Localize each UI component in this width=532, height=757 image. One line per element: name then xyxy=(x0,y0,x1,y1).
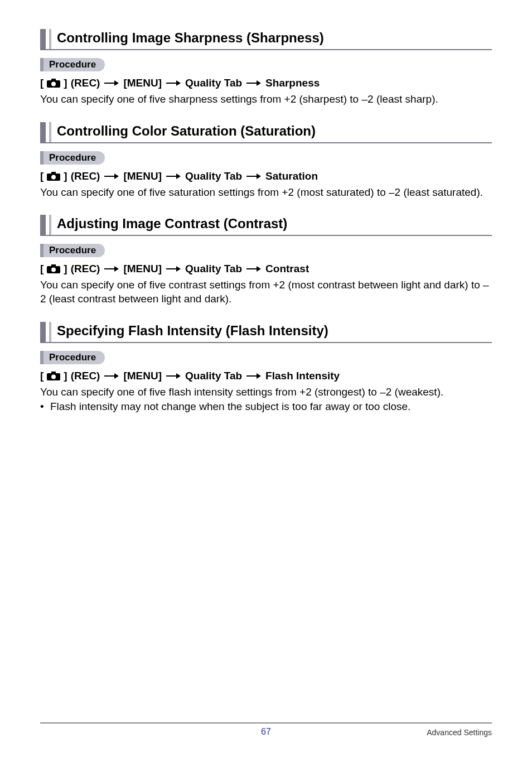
path-bracket: ] xyxy=(64,77,67,89)
body-text: You can specify one of five contrast set… xyxy=(40,278,492,306)
svg-marker-13 xyxy=(114,173,119,179)
footer-section: Advanced Settings xyxy=(427,728,492,737)
svg-marker-26 xyxy=(257,266,261,272)
path-bracket: [ xyxy=(40,170,43,182)
path-bracket: [ xyxy=(40,263,43,275)
heading-thinbar xyxy=(49,322,51,342)
svg-point-20 xyxy=(51,268,56,272)
path-menu: [MENU] xyxy=(123,263,162,275)
body-text: You can specify one of five sharpness se… xyxy=(40,93,492,107)
bullet-item: • Flash intensity may not change when th… xyxy=(40,400,492,414)
heading-bar xyxy=(40,322,46,342)
arrow-icon xyxy=(165,370,182,382)
bullet-dot: • xyxy=(40,400,50,414)
svg-point-11 xyxy=(51,175,56,179)
path-bracket: ] xyxy=(64,263,67,275)
svg-rect-10 xyxy=(51,172,56,174)
menu-path: [ ] (REC) [MENU] Quality Tab Flash Inten… xyxy=(40,370,492,382)
heading-title: Adjusting Image Contrast (Contrast) xyxy=(57,215,287,235)
badge-label: Procedure xyxy=(43,244,105,257)
arrow-icon xyxy=(245,170,262,182)
heading-saturation: Controlling Color Saturation (Saturation… xyxy=(40,122,492,143)
heading-thinbar xyxy=(49,29,51,49)
arrow-icon xyxy=(245,370,262,382)
footer: 67 Advanced Settings xyxy=(40,722,492,737)
badge-label: Procedure xyxy=(43,151,105,165)
badge-label: Procedure xyxy=(43,351,105,364)
menu-path: [ ] (REC) [MENU] Quality Tab Sharpness xyxy=(40,77,492,89)
heading-sharpness: Controlling Image Sharpness (Sharpness) xyxy=(40,29,492,50)
svg-marker-31 xyxy=(114,373,119,379)
svg-rect-28 xyxy=(51,372,56,374)
svg-marker-35 xyxy=(257,373,261,379)
path-quality: Quality Tab xyxy=(185,370,242,382)
procedure-badge: Procedure xyxy=(40,58,492,71)
heading-title: Controlling Color Saturation (Saturation… xyxy=(57,122,316,142)
menu-path: [ ] (REC) [MENU] Quality Tab Saturation xyxy=(40,170,492,182)
procedure-badge: Procedure xyxy=(40,151,492,165)
path-rec: (REC) xyxy=(71,263,100,275)
path-quality: Quality Tab xyxy=(185,263,242,275)
path-target: Flash Intensity xyxy=(265,370,340,382)
heading-bar xyxy=(40,215,46,235)
arrow-icon xyxy=(245,263,262,275)
camera-icon xyxy=(47,370,60,382)
heading-title: Specifying Flash Intensity (Flash Intens… xyxy=(57,322,328,342)
path-bracket: [ xyxy=(40,370,43,382)
path-rec: (REC) xyxy=(71,170,100,182)
bullet-text: Flash intensity may not change when the … xyxy=(50,400,410,414)
heading-contrast: Adjusting Image Contrast (Contrast) xyxy=(40,215,492,236)
svg-marker-15 xyxy=(176,173,181,179)
arrow-icon xyxy=(103,77,120,89)
heading-flash-intensity: Specifying Flash Intensity (Flash Intens… xyxy=(40,322,492,343)
svg-rect-19 xyxy=(51,264,56,267)
heading-thinbar xyxy=(49,122,51,142)
procedure-badge: Procedure xyxy=(40,351,492,364)
body-text: You can specify one of five saturation s… xyxy=(40,186,492,200)
heading-bar xyxy=(40,122,46,142)
heading-bar xyxy=(40,29,46,49)
svg-marker-6 xyxy=(176,80,181,86)
path-target: Contrast xyxy=(265,263,309,275)
svg-marker-4 xyxy=(114,80,119,86)
path-menu: [MENU] xyxy=(123,170,162,182)
svg-rect-1 xyxy=(51,79,56,81)
page: Controlling Image Sharpness (Sharpness) … xyxy=(0,0,532,757)
svg-marker-22 xyxy=(114,266,119,272)
path-bracket: ] xyxy=(64,370,67,382)
path-target: Saturation xyxy=(265,170,318,182)
arrow-icon xyxy=(103,170,120,182)
badge-label: Procedure xyxy=(43,58,105,71)
svg-marker-8 xyxy=(257,80,261,86)
path-rec: (REC) xyxy=(71,370,100,382)
arrow-icon xyxy=(165,263,182,275)
arrow-icon xyxy=(245,77,262,89)
body-text: You can specify one of five flash intens… xyxy=(40,385,492,399)
svg-marker-17 xyxy=(257,173,261,179)
page-number: 67 xyxy=(40,727,492,737)
path-bracket: ] xyxy=(64,170,67,182)
camera-icon xyxy=(47,77,60,89)
camera-icon xyxy=(47,170,60,182)
path-quality: Quality Tab xyxy=(185,77,242,89)
path-target: Sharpness xyxy=(265,77,320,89)
arrow-icon xyxy=(103,263,120,275)
camera-icon xyxy=(47,263,60,275)
path-rec: (REC) xyxy=(71,77,100,89)
arrow-icon xyxy=(165,170,182,182)
svg-point-29 xyxy=(51,374,56,379)
path-menu: [MENU] xyxy=(123,77,162,89)
heading-thinbar xyxy=(49,215,51,235)
svg-marker-24 xyxy=(176,266,181,272)
svg-marker-33 xyxy=(176,373,181,379)
heading-title: Controlling Image Sharpness (Sharpness) xyxy=(57,29,324,49)
path-menu: [MENU] xyxy=(123,370,162,382)
menu-path: [ ] (REC) [MENU] Quality Tab Contrast xyxy=(40,263,492,275)
svg-point-2 xyxy=(51,82,56,86)
arrow-icon xyxy=(103,370,120,382)
procedure-badge: Procedure xyxy=(40,244,492,257)
path-bracket: [ xyxy=(40,77,43,89)
path-quality: Quality Tab xyxy=(185,170,242,182)
arrow-icon xyxy=(165,77,182,89)
